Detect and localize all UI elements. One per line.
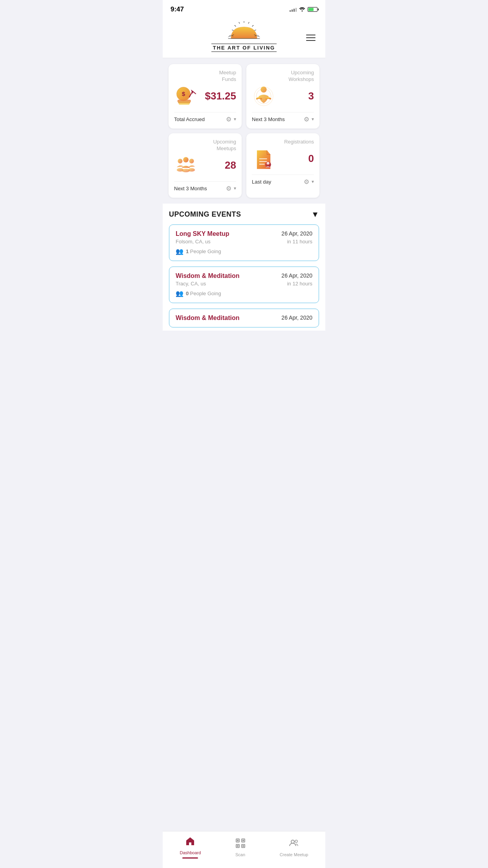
stat-value-workshops: 3 (308, 90, 314, 102)
dashboard-grid: MeetupFunds $ (163, 58, 325, 204)
event-time-2: in 12 hours (287, 281, 312, 287)
app-header: THE ART OF LIVING (163, 17, 325, 58)
funds-icon: $ (174, 85, 198, 108)
chevron-down-workshops[interactable]: ▾ (312, 116, 314, 122)
event-name-1: Long SKY Meetup (176, 230, 277, 237)
stat-card-meetups[interactable]: UpcomingMeetups (169, 133, 242, 198)
app-logo: THE ART OF LIVING (211, 21, 277, 52)
svg-line-5 (235, 25, 236, 26)
gear-icon-funds[interactable]: ⚙ (226, 116, 231, 123)
stat-value-meetups: 28 (225, 159, 236, 171)
svg-rect-12 (179, 103, 189, 105)
stat-label-meetups: UpcomingMeetups (213, 139, 236, 152)
svg-line-6 (232, 30, 233, 30)
battery-icon (308, 7, 317, 12)
svg-line-1 (248, 22, 249, 24)
events-title: UPCOMING EVENTS (169, 210, 241, 219)
stat-card-meetup-funds[interactable]: MeetupFunds $ (169, 64, 242, 129)
stat-footer-workshops: Next 3 Months (252, 116, 285, 122)
gear-icon-workshops[interactable]: ⚙ (304, 116, 309, 123)
event-date-1: 26 Apr, 2020 (281, 230, 312, 237)
signal-icon (290, 7, 297, 12)
gear-icon-registrations[interactable]: ⚙ (304, 178, 309, 186)
stat-controls-funds[interactable]: ⚙ ▾ (226, 116, 236, 123)
event-card-1[interactable]: Long SKY Meetup 26 Apr, 2020 Folsom, CA,… (169, 224, 319, 261)
stat-card-workshops[interactable]: UpcomingWorkshops (246, 64, 319, 129)
stat-label-registrations: Registrations (284, 139, 314, 145)
event-card-2[interactable]: Wisdom & Meditation 26 Apr, 2020 Tracy, … (169, 267, 319, 303)
svg-point-18 (189, 158, 194, 163)
stat-controls-meetups[interactable]: ⚙ ▾ (226, 185, 236, 192)
events-header: UPCOMING EVENTS ▼ (169, 210, 319, 219)
svg-text:$: $ (182, 90, 185, 97)
svg-point-17 (183, 157, 189, 162)
stat-controls-workshops[interactable]: ⚙ ▾ (304, 116, 314, 123)
stat-value-registrations: 0 (308, 153, 314, 165)
svg-point-16 (178, 158, 182, 163)
svg-point-26 (267, 162, 270, 164)
meditation-icon (252, 85, 275, 108)
logo-sun-icon (226, 21, 262, 43)
wifi-icon (299, 6, 305, 13)
people-going-2: 0 People Going (186, 291, 221, 296)
svg-line-4 (239, 22, 240, 24)
chevron-down-registrations[interactable]: ▾ (312, 179, 314, 184)
people-icon-2: 👥 (176, 290, 183, 297)
stat-value-funds: $31.25 (205, 90, 236, 102)
status-time: 9:47 (171, 6, 184, 13)
people-icon-1: 👥 (176, 248, 183, 255)
event-date-2: 26 Apr, 2020 (281, 272, 312, 279)
stat-footer-registrations: Last day (252, 179, 271, 185)
event-name-2: Wisdom & Meditation (176, 272, 277, 280)
stat-footer-funds: Total Accrued (174, 116, 205, 122)
status-icons (290, 6, 317, 13)
stat-card-registrations[interactable]: Registrations (246, 133, 319, 198)
stat-controls-registrations[interactable]: ⚙ ▾ (304, 178, 314, 186)
event-name-3: Wisdom & Meditation (176, 314, 277, 322)
svg-point-21 (188, 168, 195, 171)
event-location-1: Folsom, CA, us (176, 239, 211, 245)
stat-footer-meetups: Next 3 Months (174, 186, 207, 191)
svg-line-3 (254, 30, 256, 30)
stat-label-funds: MeetupFunds (219, 70, 236, 83)
event-date-3: 26 Apr, 2020 (281, 314, 312, 321)
registration-icon (252, 147, 275, 171)
svg-point-13 (261, 86, 266, 92)
hamburger-button[interactable] (304, 33, 317, 43)
gear-icon-meetups[interactable]: ⚙ (226, 185, 231, 192)
filter-icon[interactable]: ▼ (311, 210, 319, 219)
chevron-down-funds[interactable]: ▾ (234, 116, 236, 122)
chevron-down-meetups[interactable]: ▾ (234, 186, 236, 191)
event-time-1: in 11 hours (287, 239, 312, 245)
people-going-1: 1 People Going (186, 248, 221, 254)
group-icon (174, 154, 198, 177)
logo-text: THE ART OF LIVING (211, 44, 277, 52)
stat-label-workshops: UpcomingWorkshops (288, 70, 314, 83)
events-section: UPCOMING EVENTS ▼ Long SKY Meetup 26 Apr… (163, 204, 325, 331)
event-location-2: Tracy, CA, us (176, 281, 206, 287)
event-card-3[interactable]: Wisdom & Meditation 26 Apr, 2020 (169, 309, 319, 327)
svg-line-2 (252, 25, 254, 26)
status-bar: 9:47 (163, 0, 325, 17)
